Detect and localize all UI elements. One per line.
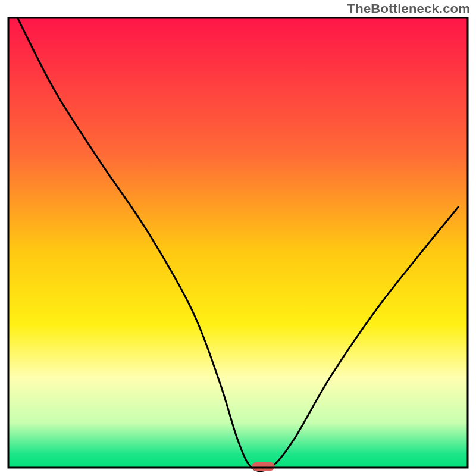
optimal-marker-pill: [252, 462, 275, 471]
watermark-text: TheBottleneck.com: [347, 1, 470, 17]
chart-container: TheBottleneck.com: [0, 0, 476, 476]
chart-background-gradient: [8, 18, 468, 468]
bottleneck-chart: [0, 0, 476, 476]
